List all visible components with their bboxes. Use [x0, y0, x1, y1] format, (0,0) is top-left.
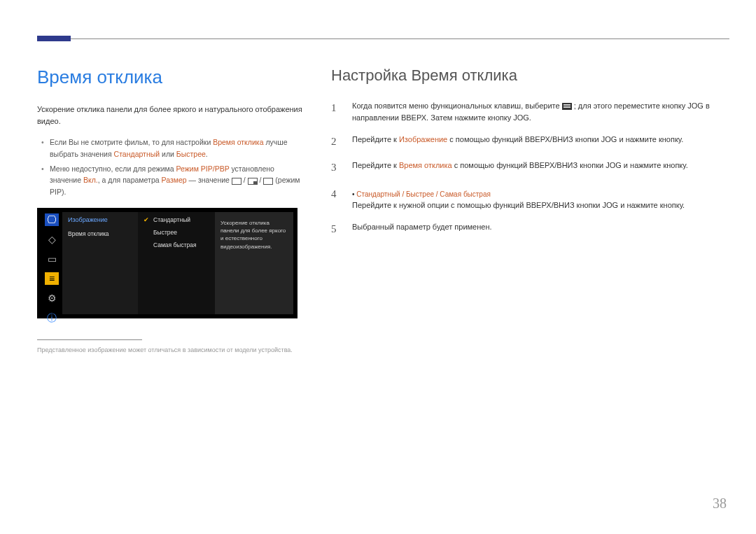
gear-icon: ⚙ — [45, 292, 59, 304]
osd-options-panel: ✔Стандартный Быстрее Самая быстрая — [138, 212, 215, 314]
step-number: 3 — [331, 160, 342, 176]
highlight: Стандартный / Быстрее / Самая быстрая — [356, 190, 491, 198]
settings-bar-icon: ≡ — [45, 272, 59, 285]
text: . — [206, 150, 208, 158]
right-column: Настройка Время отклика 1 Когда появится… — [331, 66, 729, 355]
highlight: Быстрее — [176, 150, 206, 158]
page-number: 38 — [713, 496, 727, 512]
option-label: Стандартный — [153, 216, 190, 223]
left-column: Время отклика Ускорение отклика панели д… — [37, 66, 303, 355]
highlight: Изображение — [399, 135, 447, 143]
text: Когда появится меню функциональных клави… — [352, 101, 562, 110]
step-number: 2 — [331, 134, 342, 150]
highlight: Время отклика — [213, 138, 263, 146]
highlight: Вкл. — [83, 176, 98, 184]
intro-text: Ускорение отклика панели для более ярког… — [37, 104, 303, 127]
section-heading: Время отклика — [37, 66, 303, 88]
text: Перейдите к нужной опции с помощью функц… — [352, 201, 685, 209]
text: или — [160, 150, 176, 158]
osd-section-panel: Изображение Время отклика — [62, 212, 138, 314]
info-icon: ⓘ — [45, 311, 59, 324]
subsection-heading: Настройка Время отклика — [331, 66, 729, 85]
step-body: Перейдите к Изображение с помощью функци… — [352, 134, 729, 150]
option-line: • Стандартный / Быстрее / Самая быстрая — [352, 189, 729, 200]
osd-option: Быстрее — [144, 229, 209, 236]
step-number: 5 — [331, 221, 342, 237]
pip-icon: ▭ — [45, 253, 59, 265]
osd-option: Самая быстрая — [144, 241, 209, 248]
text: Если Вы не смотрите фильм, то для настро… — [50, 138, 213, 146]
footnote-text: Представленное изображение может отличат… — [37, 346, 303, 356]
note-item: Если Вы не смотрите фильм, то для настро… — [37, 136, 303, 160]
menu-icon — [562, 103, 572, 110]
step-body: Когда появится меню функциональных клави… — [352, 100, 729, 124]
size-icon-pip — [248, 178, 258, 185]
highlight: Время отклика — [399, 161, 452, 169]
text: , а для параметра — [98, 176, 162, 184]
option-label: Самая быстрая — [153, 241, 197, 248]
size-icon-small — [263, 178, 273, 185]
step-body: Перейдите к Время отклика с помощью функ… — [352, 160, 729, 176]
text: Меню недоступно, если для режима — [50, 164, 176, 173]
step-number: 4 — [331, 186, 342, 212]
footnote-separator — [37, 339, 142, 340]
monitor-icon: 🖵 — [45, 213, 59, 226]
size-icon-large — [232, 178, 241, 185]
text: Перейдите к — [352, 161, 399, 169]
page-content: Время отклика Ускорение отклика панели д… — [37, 66, 729, 355]
osd-description: Ускорение отклика панели для более ярког… — [215, 212, 293, 314]
option-label: Быстрее — [153, 229, 177, 236]
highlight: Размер — [162, 176, 187, 184]
header-accent — [37, 36, 71, 41]
step-item: 5 Выбранный параметр будет применен. — [331, 221, 729, 237]
square-icon: ◇ — [45, 233, 59, 246]
note-item: Меню недоступно, если для режима Режим P… — [37, 163, 303, 198]
step-item: 1 Когда появится меню функциональных кла… — [331, 100, 729, 124]
highlight: Режим PIP/PBP — [176, 164, 230, 173]
step-number: 1 — [331, 100, 342, 124]
step-item: 4 • Стандартный / Быстрее / Самая быстра… — [331, 186, 729, 212]
note-list: Если Вы не смотрите фильм, то для настро… — [37, 136, 303, 198]
text: — значение — [187, 176, 232, 184]
text: Перейдите к — [352, 135, 399, 143]
header-rule — [37, 38, 729, 39]
step-item: 3 Перейдите к Время отклика с помощью фу… — [331, 160, 729, 176]
osd-menu-item: Время отклика — [68, 230, 132, 237]
text: с помощью функций ВВЕРХ/ВНИЗ кнопки JOG … — [447, 135, 683, 143]
osd-option: ✔Стандартный — [144, 216, 209, 223]
step-body: Выбранный параметр будет применен. — [352, 221, 729, 237]
check-icon: ✔ — [144, 216, 150, 223]
highlight: Стандартный — [114, 150, 160, 158]
osd-preview: 🖵 ◇ ▭ ≡ ⚙ ⓘ Изображение Время отклика ✔С… — [37, 208, 298, 318]
step-body: • Стандартный / Быстрее / Самая быстрая … — [352, 186, 729, 212]
osd-sidebar: 🖵 ◇ ▭ ≡ ⚙ ⓘ — [41, 212, 62, 314]
osd-section-title: Изображение — [68, 216, 132, 223]
step-item: 2 Перейдите к Изображение с помощью функ… — [331, 134, 729, 150]
text: с помощью функций ВВЕРХ/ВНИЗ кнопки JOG … — [452, 161, 688, 169]
steps-list: 1 Когда появится меню функциональных кла… — [331, 100, 729, 237]
